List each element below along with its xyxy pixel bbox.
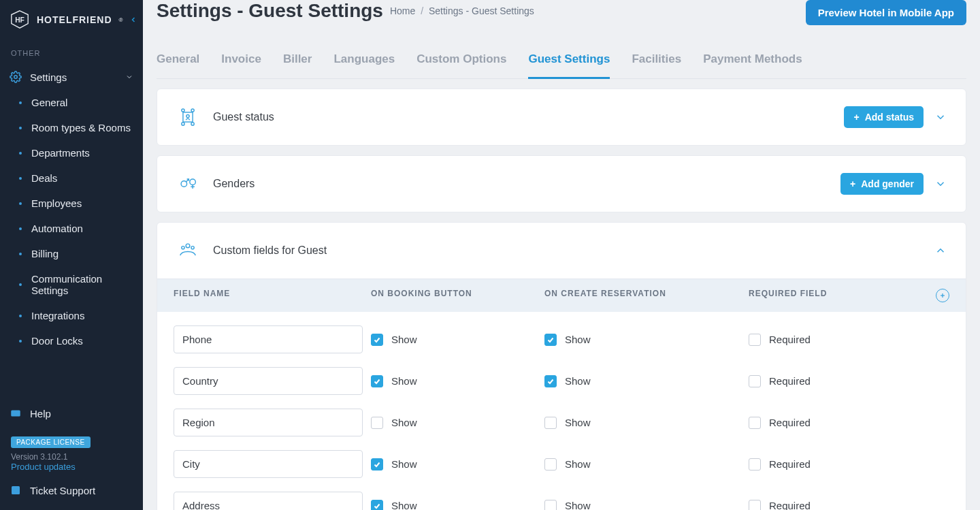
checkbox[interactable] bbox=[371, 417, 383, 429]
sidebar-item-label: Deals bbox=[31, 172, 57, 184]
checkbox[interactable] bbox=[749, 334, 761, 346]
help-icon bbox=[10, 407, 22, 419]
checkbox-label: Required bbox=[769, 458, 811, 470]
checkbox[interactable] bbox=[371, 458, 383, 471]
sidebar-item[interactable]: Room types & Rooms bbox=[0, 115, 143, 140]
field-name-input[interactable] bbox=[174, 492, 363, 510]
sidebar-item-label: Communication Settings bbox=[31, 273, 133, 296]
sidebar-item[interactable]: Employees bbox=[0, 191, 143, 216]
bullet-icon bbox=[19, 152, 22, 155]
table-header: FIELD NAME ON BOOKING BUTTON ON CREATE R… bbox=[157, 278, 966, 312]
checkbox[interactable] bbox=[371, 500, 383, 511]
checkbox-label: Required bbox=[769, 375, 811, 387]
tab[interactable]: Custom Options bbox=[416, 43, 506, 78]
checkbox[interactable] bbox=[544, 458, 557, 471]
col-booking: ON BOOKING BUTTON bbox=[371, 289, 544, 302]
sidebar-item[interactable]: Billing bbox=[0, 241, 143, 266]
tab[interactable]: Guest Settings bbox=[528, 43, 610, 79]
bullet-icon bbox=[19, 227, 22, 230]
sidebar-item-label: General bbox=[31, 97, 67, 108]
add-field-button[interactable] bbox=[936, 289, 949, 302]
checkbox[interactable] bbox=[544, 375, 557, 387]
table-row: Show Show Required bbox=[174, 360, 949, 402]
checkbox[interactable] bbox=[749, 458, 761, 471]
sidebar-item-label: Billing bbox=[31, 248, 59, 259]
svg-point-2 bbox=[14, 76, 18, 79]
sidebar-help-label: Help bbox=[30, 408, 51, 419]
checkbox[interactable] bbox=[749, 417, 761, 429]
sidebar-parent-settings[interactable]: Settings bbox=[0, 64, 143, 90]
version-block: PACKAGE LICENSE Version 3.102.1 Product … bbox=[0, 426, 143, 477]
svg-point-8 bbox=[191, 123, 194, 125]
ticket-icon bbox=[10, 484, 22, 496]
add-status-button[interactable]: + Add status bbox=[844, 106, 924, 128]
sidebar-item[interactable]: Deals bbox=[0, 165, 143, 191]
add-gender-label: Add gender bbox=[861, 178, 914, 189]
card-title: Custom fields for Guest bbox=[213, 244, 327, 257]
checkbox[interactable] bbox=[544, 500, 557, 511]
checkbox[interactable] bbox=[749, 500, 761, 511]
svg-point-10 bbox=[186, 114, 189, 117]
sidebar-item[interactable]: Integrations bbox=[0, 303, 143, 328]
svg-point-6 bbox=[191, 109, 194, 112]
sidebar-item-label: Door Locks bbox=[31, 335, 83, 347]
group-icon bbox=[176, 239, 199, 262]
sidebar-help[interactable]: Help bbox=[0, 400, 143, 426]
checkbox[interactable] bbox=[544, 417, 557, 429]
field-name-input[interactable] bbox=[174, 450, 363, 478]
tab[interactable]: Invoice bbox=[221, 43, 261, 78]
tab[interactable]: Languages bbox=[333, 43, 395, 78]
table-row: Show Show Required bbox=[174, 319, 949, 360]
plus-icon: + bbox=[850, 178, 855, 189]
plus-icon: + bbox=[853, 112, 859, 123]
sidebar-parent-label: Settings bbox=[30, 71, 67, 83]
sidebar-item[interactable]: Communication Settings bbox=[0, 266, 143, 303]
checkbox[interactable] bbox=[544, 334, 557, 346]
checkbox[interactable] bbox=[371, 334, 383, 346]
logo-icon: HF bbox=[10, 10, 30, 30]
svg-point-16 bbox=[186, 244, 190, 248]
svg-text:HF: HF bbox=[15, 16, 24, 24]
collapse-sidebar-icon[interactable] bbox=[129, 12, 137, 28]
sidebar-ticket-support[interactable]: Ticket Support bbox=[0, 477, 143, 503]
guest-status-icon bbox=[176, 106, 199, 129]
chevron-down-icon bbox=[125, 71, 133, 83]
checkbox[interactable] bbox=[371, 375, 383, 387]
field-name-input[interactable] bbox=[174, 409, 363, 436]
tab[interactable]: Biller bbox=[283, 43, 312, 78]
card-genders: Genders + Add gender bbox=[157, 155, 966, 212]
sidebar-header: HF HOTELFRIEND® bbox=[0, 0, 143, 39]
checkbox-label: Show bbox=[391, 334, 417, 345]
preview-mobile-button[interactable]: Preview Hotel in Mobile App bbox=[806, 0, 966, 25]
col-required: REQUIRED FIELD bbox=[749, 289, 936, 302]
checkbox-label: Show bbox=[565, 500, 591, 510]
bullet-icon bbox=[19, 340, 22, 342]
checkbox-label: Required bbox=[769, 500, 811, 510]
sidebar-item[interactable]: General bbox=[0, 90, 143, 115]
checkbox-label: Show bbox=[391, 500, 417, 510]
tab[interactable]: General bbox=[157, 43, 199, 78]
chevron-up-icon[interactable] bbox=[934, 244, 947, 257]
main: Settings - Guest Settings Home / Setting… bbox=[143, 0, 980, 510]
tab[interactable]: Payment Methods bbox=[703, 43, 802, 78]
product-updates-link[interactable]: Product updates bbox=[11, 462, 132, 472]
field-name-input[interactable] bbox=[174, 367, 363, 395]
chevron-down-icon[interactable] bbox=[934, 111, 947, 123]
checkbox-label: Show bbox=[391, 417, 417, 428]
plus-icon bbox=[939, 292, 946, 299]
sidebar-item[interactable]: Departments bbox=[0, 140, 143, 165]
sidebar-item[interactable]: Automation bbox=[0, 216, 143, 241]
sidebar-item-label: Automation bbox=[31, 223, 83, 234]
breadcrumb-home[interactable]: Home bbox=[390, 5, 415, 16]
checkbox[interactable] bbox=[749, 375, 761, 387]
add-gender-button[interactable]: + Add gender bbox=[840, 173, 924, 195]
tab[interactable]: Facilities bbox=[632, 43, 681, 78]
checkbox-label: Required bbox=[769, 334, 811, 345]
table-row: Show Show Required bbox=[174, 443, 949, 485]
sidebar-item[interactable]: Door Locks bbox=[0, 328, 143, 353]
table-row: Show Show Required bbox=[174, 485, 949, 510]
chevron-down-icon[interactable] bbox=[934, 178, 947, 190]
bullet-icon bbox=[19, 177, 22, 180]
field-name-input[interactable] bbox=[174, 325, 363, 353]
bullet-icon bbox=[19, 101, 22, 104]
